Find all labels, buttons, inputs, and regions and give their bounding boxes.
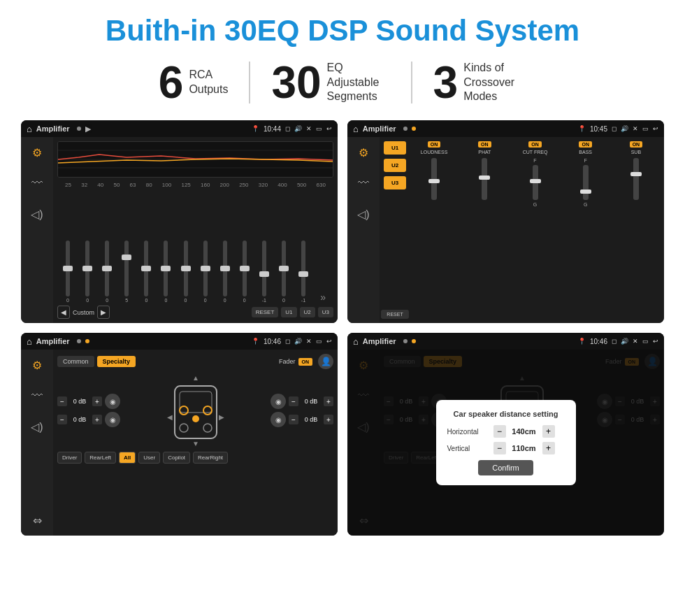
home-icon-1: ⌂ <box>27 124 32 134</box>
slider-2: 0 <box>98 241 116 303</box>
x-icon-1: ✕ <box>306 125 312 132</box>
loc-user[interactable]: User <box>138 452 160 464</box>
pin-icon-1: 📍 <box>252 125 259 132</box>
back-icon-4: ↩ <box>653 338 658 345</box>
ch-loudness-on[interactable]: ON <box>428 141 441 148</box>
ch-phat: ON PHAT <box>461 141 508 319</box>
eq-u3-btn[interactable]: U3 <box>318 307 333 317</box>
slider-4: 0 <box>137 241 155 303</box>
status-bar-3: ⌂ Amplifier 📍 10:46 ◻ 🔊 ✕ ▭ ↩ <box>21 333 338 350</box>
stat-number-crossover: 3 <box>433 60 459 105</box>
ch-loudness-label: LOUDNESS <box>421 150 448 155</box>
wave-icon-3[interactable]: 〰 <box>27 386 47 406</box>
sidebar-2: ⚙ 〰 ◁) <box>347 137 380 323</box>
slider-arrows[interactable]: » <box>314 292 332 303</box>
pin-icon-3: 📍 <box>252 338 259 345</box>
screen-amp: ⌂ Amplifier 📍 10:45 ◻ 🔊 ✕ ▭ ↩ ⚙ 〰 ◁) <box>347 120 664 323</box>
ch-bass-on[interactable]: ON <box>579 141 592 148</box>
slider-8: 0 <box>216 241 234 303</box>
svg-point-8 <box>180 424 188 432</box>
eq-u1-btn[interactable]: U1 <box>281 307 296 317</box>
preset-u1[interactable]: U1 <box>384 141 406 155</box>
loc-rearright[interactable]: RearRight <box>193 452 228 464</box>
app-name-1: Amplifier <box>36 124 70 133</box>
spk-minus-r2[interactable]: − <box>289 415 298 424</box>
home-icon-4: ⌂ <box>353 336 359 347</box>
rect-icon-1: ▭ <box>316 125 322 132</box>
wave-icon-2[interactable]: 〰 <box>354 173 373 193</box>
eq-prev-btn[interactable]: ◀ <box>57 306 70 319</box>
vol-icon-1: 🔊 <box>294 125 302 132</box>
spk-plus-1[interactable]: + <box>92 396 102 406</box>
dialog-overlay: Car speaker distance setting Horizontal … <box>347 350 664 536</box>
loc-all[interactable]: All <box>119 452 136 464</box>
slider-11: 0 <box>275 241 293 303</box>
home-icon-2: ⌂ <box>353 124 359 134</box>
screen-eq: ⌂ Amplifier ▶ 📍 10:44 ◻ 🔊 ✕ ▭ ↩ ⚙ 〰 ◁) <box>21 120 338 323</box>
app-name-4: Amplifier <box>363 337 396 345</box>
eq-u2-btn[interactable]: U2 <box>300 307 315 317</box>
spk-val-r2: 0 dB <box>301 416 321 423</box>
eq-reset-btn[interactable]: RESET <box>252 307 279 317</box>
loc-rearleft[interactable]: RearLeft <box>85 452 116 464</box>
dialog-vertical-row: Vertical − 110cm + <box>447 442 565 454</box>
vol-sidebar-icon-2[interactable]: ◁) <box>354 204 373 224</box>
preset-u3[interactable]: U3 <box>384 176 406 189</box>
dialog-title: Car speaker distance setting <box>447 410 565 418</box>
eq-next-btn[interactable]: ▶ <box>97 306 110 319</box>
stat-label-crossover: Kinds ofCrossover Modes <box>463 61 526 104</box>
spk-row-1: − 0 dB + ◉ <box>57 394 120 409</box>
back-icon-2: ↩ <box>653 125 658 132</box>
fader-toggle[interactable]: ON <box>298 358 313 366</box>
dialog-vertical-plus[interactable]: + <box>542 442 555 454</box>
amp-reset-btn[interactable]: RESET <box>381 310 408 319</box>
tab-specialty[interactable]: Specialty <box>97 356 136 367</box>
speaker-layout: − 0 dB + ◉ − 0 dB + ◉ <box>57 372 333 449</box>
wave-icon[interactable]: 〰 <box>27 173 47 193</box>
dot-2b <box>412 127 416 131</box>
dot-3a <box>77 339 81 343</box>
dialog-vertical-value: 110cm <box>510 444 538 452</box>
eq-icon[interactable]: ⚙ <box>27 143 47 162</box>
eq-main: 2532405063 80100125160200 25032040050063… <box>53 137 338 323</box>
dialog-horizontal-minus[interactable]: − <box>493 425 506 438</box>
eq-icon-3[interactable]: ⚙ <box>27 355 47 375</box>
dialog-vertical-minus[interactable]: − <box>493 442 506 454</box>
spk-val-1: 0 dB <box>70 398 89 405</box>
spk-plus-r1[interactable]: + <box>324 396 333 406</box>
dialog-horizontal-plus[interactable]: + <box>542 425 555 438</box>
cross-bottom: Driver RearLeft All User Copilot RearRig… <box>57 452 333 464</box>
screen-crossover-dialog: ⌂ Amplifier 📍 10:46 ◻ 🔊 ✕ ▭ ↩ ⚙ 〰 ◁) <box>347 333 664 536</box>
pin-icon-2: 📍 <box>578 125 586 132</box>
loc-driver[interactable]: Driver <box>57 452 82 464</box>
spk-plus-r2[interactable]: + <box>324 415 333 424</box>
dialog-horizontal-label: Horizontal <box>447 428 489 436</box>
confirm-button[interactable]: Confirm <box>478 460 533 475</box>
amp-main: U1 U2 U3 RESET ON LOUDNESS <box>380 137 664 323</box>
play-icon-1: ▶ <box>85 124 91 134</box>
ch-phat-label: PHAT <box>478 150 491 155</box>
tab-common[interactable]: Common <box>57 356 94 367</box>
person-btn[interactable]: 👤 <box>318 354 333 369</box>
stat-label-rca: RCAOutputs <box>189 68 228 97</box>
fader-row: Fader ON <box>279 358 312 366</box>
amp-channels: ON LOUDNESS ON PHAT <box>410 141 660 319</box>
slider-12: -1 <box>294 241 312 303</box>
ch-phat-on[interactable]: ON <box>478 141 491 148</box>
slider-3: 5 <box>117 241 136 303</box>
spk-minus-1[interactable]: − <box>57 396 67 406</box>
svg-text:▶: ▶ <box>219 413 224 421</box>
ch-cutfreq-on[interactable]: ON <box>528 141 542 148</box>
spk-minus-r1[interactable]: − <box>289 396 298 406</box>
arrows-sidebar-icon-3[interactable]: ⇔ <box>27 510 47 530</box>
spk-plus-2[interactable]: + <box>92 415 102 424</box>
preset-u2[interactable]: U2 <box>384 159 406 172</box>
svg-text:▲: ▲ <box>192 374 199 382</box>
vol-sidebar-icon[interactable]: ◁) <box>27 204 47 224</box>
loc-copilot[interactable]: Copilot <box>163 452 190 464</box>
status-bar-1: ⌂ Amplifier ▶ 📍 10:44 ◻ 🔊 ✕ ▭ ↩ <box>21 120 338 137</box>
eq-icon-2[interactable]: ⚙ <box>354 143 373 162</box>
ch-sub-on[interactable]: ON <box>630 141 643 148</box>
spk-minus-2[interactable]: − <box>57 415 67 424</box>
vol-sidebar-icon-3[interactable]: ◁) <box>27 417 47 436</box>
